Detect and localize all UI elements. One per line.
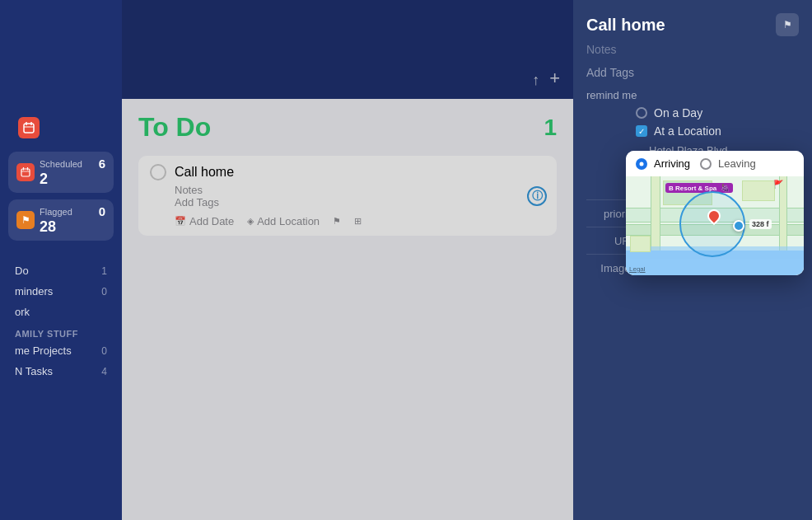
map-flag-icon: 🚩 xyxy=(773,180,783,189)
map-pin xyxy=(707,209,721,223)
add-location-label: Add Location xyxy=(257,215,320,227)
add-task-icon[interactable]: + xyxy=(549,68,560,89)
note-icon: ⊞ xyxy=(354,216,362,227)
sidebar-item-home-projects-label: me Projects xyxy=(15,344,72,357)
remind-me-label: remind me xyxy=(586,89,637,101)
remind-me-row: remind me xyxy=(586,89,799,101)
flag-action[interactable]: ⚑ xyxy=(333,215,341,227)
flagged-right-count: 0 xyxy=(99,204,105,218)
at-a-location-checkbox[interactable] xyxy=(636,125,647,137)
detail-title: Call home xyxy=(586,16,665,35)
flagged-box[interactable]: ⚑ Flagged 0 28 xyxy=(8,199,114,241)
svg-rect-0 xyxy=(24,124,34,133)
note-action[interactable]: ⊞ xyxy=(354,215,362,227)
scheduled-right-count: 6 xyxy=(99,157,105,171)
leaving-tab[interactable]: Leaving xyxy=(700,157,756,170)
map-pin-head xyxy=(705,207,724,226)
scheduled-icon xyxy=(18,117,40,138)
sidebar-item-reminders-label: minders xyxy=(15,285,53,297)
sidebar: Scheduled 6 2 ⚑ Flagged 0 28 xyxy=(0,0,122,520)
arriving-tab-radio[interactable] xyxy=(636,158,647,170)
scheduled-box[interactable]: Scheduled 6 2 xyxy=(8,152,114,193)
location-icon: ◈ xyxy=(247,216,254,227)
at-a-location-label: At a Location xyxy=(654,124,721,138)
task-notes: Notes xyxy=(175,184,545,196)
map-distance-label: 328 f xyxy=(749,219,772,229)
task-name: Call home xyxy=(175,165,234,180)
leaving-tab-radio[interactable] xyxy=(700,158,712,170)
task-tags: Add Tags xyxy=(175,196,545,208)
sidebar-item-home-projects[interactable]: me Projects 0 xyxy=(8,340,114,361)
svg-rect-4 xyxy=(21,169,30,176)
main-body: To Do 1 Call home ⓘ Notes Add Tags 📅 Add… xyxy=(122,99,573,249)
on-a-day-radio[interactable] xyxy=(636,107,647,119)
calendar-icon: 📅 xyxy=(175,216,186,227)
leaving-tab-label: Leaving xyxy=(718,157,756,170)
on-a-day-row[interactable]: On a Day xyxy=(636,106,799,119)
sidebar-item-do[interactable]: Do 1 xyxy=(8,260,114,281)
add-location-action[interactable]: ◈ Add Location xyxy=(247,215,320,227)
sidebar-item-work[interactable]: ork xyxy=(8,302,114,322)
task-sub: Notes Add Tags xyxy=(150,180,545,208)
location-tabs: Arriving Leaving xyxy=(626,151,804,176)
add-date-action[interactable]: 📅 Add Date xyxy=(175,215,234,227)
flag-outline-icon: ⚑ xyxy=(333,216,341,227)
arriving-tab-label: Arriving xyxy=(654,157,690,170)
task-checkbox[interactable] xyxy=(150,164,166,180)
scheduled-count: 2 xyxy=(40,171,48,187)
flagged-count: 28 xyxy=(40,218,56,235)
sidebar-item-reminders-count: 0 xyxy=(101,286,107,297)
sidebar-item-do-label: Do xyxy=(15,265,29,277)
sidebar-item-n-tasks[interactable]: N Tasks 4 xyxy=(8,361,114,382)
sidebar-list: Do 1 minders 0 ork amily Stuff me Projec… xyxy=(0,260,122,382)
map-container: B Resort & Spa 🍇 328 f 🚩 Legal xyxy=(626,176,804,275)
task-actions: 📅 Add Date ◈ Add Location ⚑ ⊞ xyxy=(150,208,545,227)
list-count: 1 xyxy=(544,115,557,141)
main-header: ↑ + xyxy=(122,0,573,99)
share-icon[interactable]: ↑ xyxy=(532,72,539,89)
list-title: To Do xyxy=(138,112,211,143)
list-title-row: To Do 1 xyxy=(138,112,557,143)
flag-icon: ⚑ xyxy=(783,19,792,30)
sidebar-item-n-tasks-count: 4 xyxy=(101,366,107,377)
detail-add-tags[interactable]: Add Tags xyxy=(586,66,799,79)
sidebar-group-family: amily Stuff xyxy=(8,322,114,340)
detail-title-row: Call home ⚑ xyxy=(586,13,799,36)
map-user-dot xyxy=(733,220,744,232)
sidebar-item-do-count: 1 xyxy=(101,265,107,277)
add-date-label: Add Date xyxy=(189,215,234,227)
scheduled-label: Scheduled xyxy=(40,159,82,169)
resort-label: B Resort & Spa 🍇 xyxy=(665,183,733,193)
sidebar-item-n-tasks-label: N Tasks xyxy=(15,365,53,377)
task-info-button[interactable]: ⓘ xyxy=(525,185,548,208)
detail-notes[interactable]: Notes xyxy=(586,43,799,56)
sidebar-item-home-projects-count: 0 xyxy=(101,345,107,357)
scheduled-stat[interactable] xyxy=(10,114,48,142)
flagged-box-icon: ⚑ xyxy=(16,211,35,229)
on-a-day-label: On a Day xyxy=(654,106,702,119)
flagged-label: Flagged xyxy=(40,207,72,217)
map-background: B Resort & Spa 🍇 328 f 🚩 Legal xyxy=(626,176,804,275)
flagged-box-wrap: ⚑ Flagged 0 28 xyxy=(0,196,122,247)
scheduled-box-icon xyxy=(16,163,35,181)
map-legal-link[interactable]: Legal xyxy=(629,265,646,273)
task-item-call-home[interactable]: Call home ⓘ Notes Add Tags 📅 Add Date ◈ … xyxy=(138,156,557,236)
task-header: Call home ⓘ xyxy=(150,164,545,180)
sidebar-stats xyxy=(0,107,122,148)
location-popup: Arriving Leaving B Resort & Spa 🍇 xyxy=(626,151,804,275)
main-content: ↑ + To Do 1 Call home ⓘ Notes Add Tags 📅 xyxy=(122,0,573,520)
detail-flag-button[interactable]: ⚑ xyxy=(776,13,799,36)
sidebar-item-reminders[interactable]: minders 0 xyxy=(8,281,114,302)
sidebar-item-work-label: ork xyxy=(15,306,30,318)
arriving-tab[interactable]: Arriving xyxy=(636,157,690,170)
at-a-location-row[interactable]: At a Location xyxy=(636,124,799,138)
